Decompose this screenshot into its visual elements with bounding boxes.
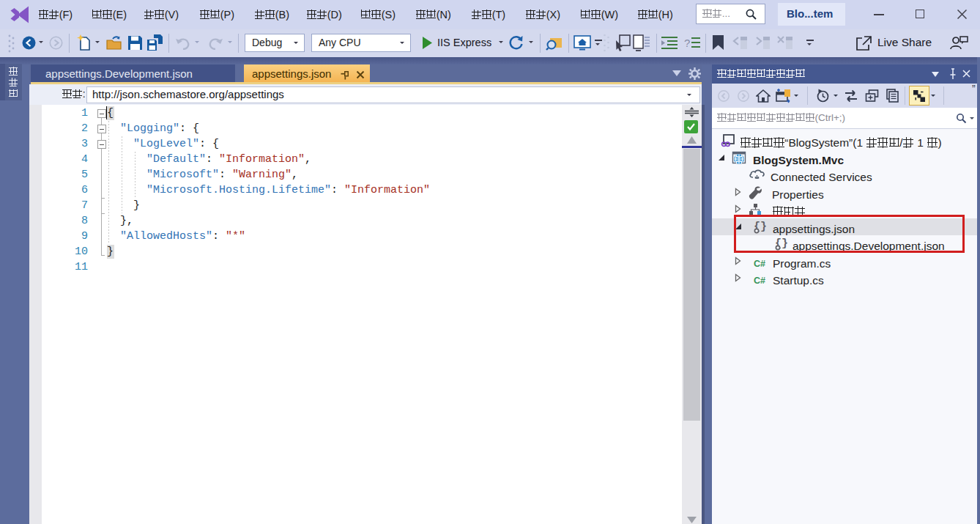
svg-text:?: ? bbox=[684, 37, 690, 49]
